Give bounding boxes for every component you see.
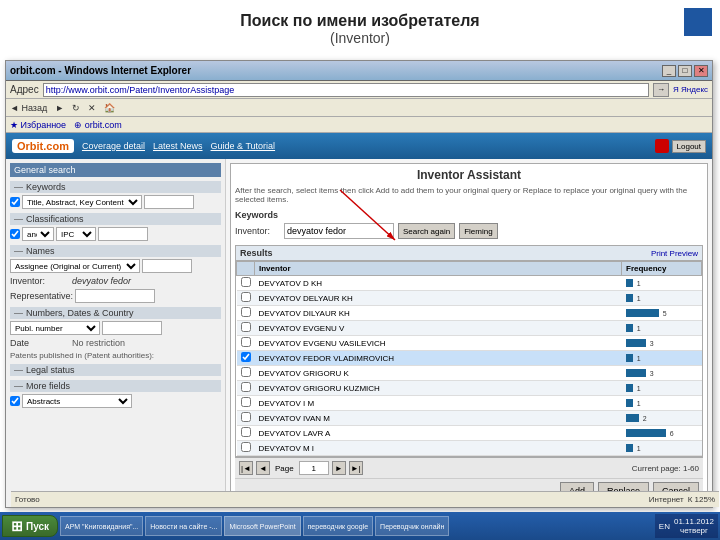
assignee-input[interactable] — [142, 259, 192, 273]
keywords-input[interactable] — [144, 195, 194, 209]
freq-bar-0 — [626, 279, 633, 287]
more-fields-header: More fields — [10, 380, 221, 392]
inventor-name-2: DEVYATOV DILYAUR KH — [255, 306, 622, 321]
freq-num-3: 1 — [637, 325, 641, 332]
row-checkbox-3[interactable] — [241, 322, 251, 332]
inventor-freq-8: 1 — [622, 396, 702, 411]
taskbar-item-1[interactable]: АРМ "Книговидания"... — [60, 516, 143, 536]
date-label: Date — [10, 338, 70, 348]
print-preview-link[interactable]: Print Preview — [651, 249, 698, 258]
table-row[interactable]: DEVYATOV DELYAUR KH 1 — [237, 291, 702, 306]
maximize-button[interactable]: □ — [678, 65, 692, 77]
slide-title-line2: (Inventor) — [0, 30, 720, 46]
inventor-freq-10: 6 — [622, 426, 702, 441]
inventor-search-input[interactable] — [284, 223, 394, 239]
inventor-name-9: DEVYATOV IVAN M — [255, 411, 622, 426]
classifications-input[interactable] — [98, 227, 148, 241]
stop-button[interactable]: ✕ — [88, 103, 96, 113]
table-row[interactable]: DEVYATOV M I 1 — [237, 441, 702, 456]
assignee-select[interactable]: Assignee (Original or Current) — [10, 259, 140, 273]
table-row[interactable]: DEVYATOV I M 1 — [237, 396, 702, 411]
latest-news-link[interactable]: Latest News — [153, 141, 203, 151]
back-button[interactable]: ◄ Назад — [10, 103, 47, 113]
table-row[interactable]: DEVYATOV EVGENU VASILEVICH 3 — [237, 336, 702, 351]
freq-bar-4 — [626, 339, 646, 347]
logout-button[interactable]: Logout — [672, 140, 706, 153]
table-row[interactable]: DEVYATOV GRIGORU K 3 — [237, 366, 702, 381]
last-page-button[interactable]: ►| — [349, 461, 363, 475]
row-checkbox-0[interactable] — [241, 277, 251, 287]
forward-button[interactable]: ► — [55, 103, 64, 113]
orbit-icon — [655, 139, 669, 153]
inventor-assistant-description: After the search, select items then clic… — [235, 186, 703, 204]
minimize-button[interactable]: _ — [662, 65, 676, 77]
home-button[interactable]: 🏠 — [104, 103, 115, 113]
taskbar-item-4[interactable]: переводчик google — [303, 516, 374, 536]
table-row[interactable]: DEVYATOV IVAN M 2 — [237, 411, 702, 426]
inventor-freq-5: 1 — [622, 351, 702, 366]
close-button[interactable]: ✕ — [694, 65, 708, 77]
taskbar-item-5[interactable]: Переводчик онлайн — [375, 516, 449, 536]
inventor-name-3: DEVYATOV EVGENU V — [255, 321, 622, 336]
inventor-value: devyatov fedor — [72, 276, 131, 286]
table-row[interactable]: DEVYATOV EVGENU V 1 — [237, 321, 702, 336]
names-section-header: Names — [10, 245, 221, 257]
abstracts-select[interactable]: Abstracts — [22, 394, 132, 408]
row-checkbox-8[interactable] — [241, 397, 251, 407]
publ-number-input[interactable] — [102, 321, 162, 335]
inventor-freq-6: 3 — [622, 366, 702, 381]
classifications-checkbox[interactable] — [10, 229, 20, 239]
row-checkbox-11[interactable] — [241, 442, 251, 452]
classifications-section-header: Classifications — [10, 213, 221, 225]
go-button[interactable]: → — [653, 83, 669, 97]
search-again-button[interactable]: Search again — [398, 223, 455, 239]
table-row[interactable]: DEVYATOV LAVR A 6 — [237, 426, 702, 441]
first-page-button[interactable]: |◄ — [239, 461, 253, 475]
inventor-freq-3: 1 — [622, 321, 702, 336]
freq-num-7: 1 — [637, 385, 641, 392]
refresh-button[interactable]: ↻ — [72, 103, 80, 113]
guide-tutorial-link[interactable]: Guide & Tutorial — [211, 141, 276, 151]
row-checkbox-9[interactable] — [241, 412, 251, 422]
results-header: Results Print Preview — [236, 246, 702, 261]
keywords-select[interactable]: Title, Abstract, Key Content — [22, 195, 142, 209]
taskbar-item-3[interactable]: Microsoft PowerPoint — [224, 516, 300, 536]
keywords-checkbox[interactable] — [10, 197, 20, 207]
row-checkbox-7[interactable] — [241, 382, 251, 392]
fleming-button[interactable]: Fleming — [459, 223, 497, 239]
taskbar-item-2[interactable]: Новости на сайте -... — [145, 516, 222, 536]
address-input[interactable] — [43, 83, 649, 97]
freq-bar-5 — [626, 354, 633, 362]
inventor-name-4: DEVYATOV EVGENU VASILEVICH — [255, 336, 622, 351]
freq-bar-2 — [626, 309, 659, 317]
inventor-freq-11: 1 — [622, 441, 702, 456]
row-checkbox-1[interactable] — [241, 292, 251, 302]
orbit-favorite[interactable]: ⊕ orbit.com — [74, 120, 122, 130]
classifications-op-select[interactable]: and — [22, 227, 54, 241]
abstracts-checkbox[interactable] — [10, 396, 20, 406]
row-checkbox-5[interactable] — [241, 352, 251, 362]
blue-accent-square — [684, 8, 712, 36]
representative-input[interactable] — [75, 289, 155, 303]
freq-bar-6 — [626, 369, 646, 377]
coverage-detail-link[interactable]: Coverage detail — [82, 141, 145, 151]
row-checkbox-10[interactable] — [241, 427, 251, 437]
next-page-button[interactable]: ► — [332, 461, 346, 475]
start-button[interactable]: ⊞ Пуск — [2, 515, 58, 537]
publ-number-select[interactable]: Publ. number — [10, 321, 100, 335]
page-nav: |◄ ◄ Page ► ►| — [239, 461, 363, 475]
table-row[interactable]: DEVYATOV FEDOR VLADIMROVICH 1 — [237, 351, 702, 366]
page-number-input[interactable] — [299, 461, 329, 475]
row-checkbox-4[interactable] — [241, 337, 251, 347]
results-table: Inventor Frequency DEVYATOV D KH 1 DEVYA… — [236, 261, 702, 456]
row-checkbox-2[interactable] — [241, 307, 251, 317]
table-row[interactable]: DEVYATOV DILYAUR KH 5 — [237, 306, 702, 321]
freq-num-8: 1 — [637, 400, 641, 407]
table-row[interactable]: DEVYATOV D KH 1 — [237, 276, 702, 291]
prev-page-button[interactable]: ◄ — [256, 461, 270, 475]
row-checkbox-6[interactable] — [241, 367, 251, 377]
results-title: Results — [240, 248, 273, 258]
favorites-link[interactable]: ★ Избранное — [10, 120, 66, 130]
table-row[interactable]: DEVYATOV GRIGORU KUZMICH 1 — [237, 381, 702, 396]
classifications-type-select[interactable]: IPC — [56, 227, 96, 241]
